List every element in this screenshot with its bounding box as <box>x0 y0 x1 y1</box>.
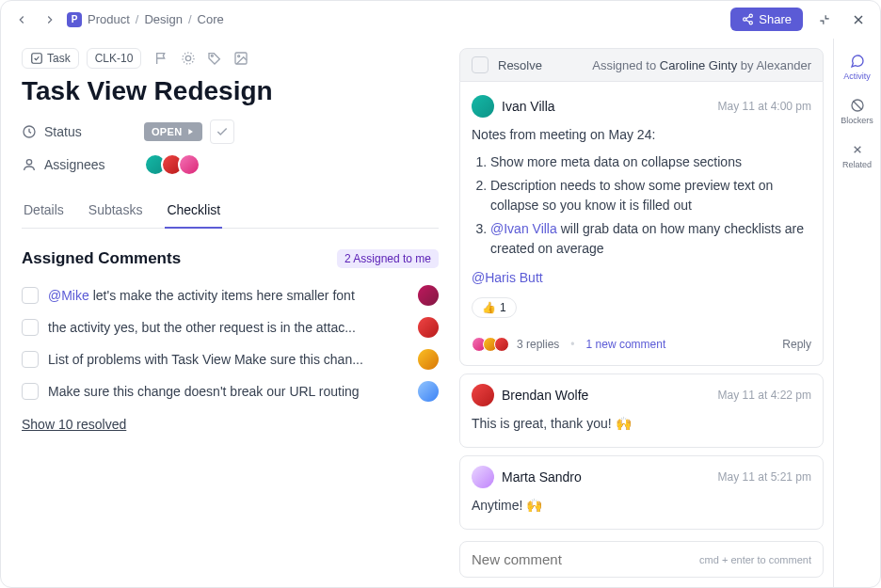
svg-point-12 <box>238 56 240 57</box>
svg-rect-7 <box>32 54 42 64</box>
mention[interactable]: @Ivan Villa <box>490 221 557 236</box>
avatar <box>418 285 439 306</box>
svg-point-9 <box>183 53 194 64</box>
checkbox[interactable] <box>22 383 39 400</box>
person-icon <box>22 157 37 172</box>
assignee-avatars[interactable] <box>144 153 200 176</box>
comment-timestamp: May 11 at 4:00 pm <box>718 100 811 113</box>
comment-author: Ivan Villa <box>502 99 555 114</box>
svg-point-1 <box>744 18 746 21</box>
assigned-comment-item[interactable]: the activity yes, but the other request … <box>22 311 439 343</box>
comment-thread: Ivan Villa May 11 at 4:00 pm Notes from … <box>459 82 824 366</box>
nav-forward[interactable] <box>39 8 61 31</box>
nav-back[interactable] <box>10 8 33 31</box>
collapse-icon[interactable] <box>812 8 837 32</box>
assigned-comments-title: Assigned Comments <box>22 249 181 268</box>
assignees-field-label: Assignees <box>22 157 135 172</box>
svg-point-8 <box>186 56 191 60</box>
mention[interactable]: @Haris Butt <box>472 270 543 285</box>
tab-subtasks[interactable]: Subtasks <box>87 193 145 228</box>
status-pill[interactable]: OPEN <box>144 122 202 141</box>
reaction-button[interactable]: 👍 1 <box>472 297 517 318</box>
checkbox[interactable] <box>22 287 39 304</box>
comment-body: Anytime! 🙌 <box>472 488 811 516</box>
play-icon <box>185 127 195 136</box>
status-field-label: Status <box>22 124 135 139</box>
input-hint: cmd + enter to comment <box>699 554 811 565</box>
comment-author: Marta Sandro <box>502 469 582 485</box>
task-id-chip[interactable]: CLK-10 <box>87 48 142 69</box>
reply-button[interactable]: Reply <box>782 338 811 351</box>
assigned-comments-list: @Mike let's make the activity items here… <box>22 279 439 407</box>
status-icon <box>22 124 37 139</box>
comment-input-row: cmd + enter to comment <box>459 541 824 578</box>
new-comment-input[interactable] <box>472 551 699 567</box>
resolve-bar: Resolve Assigned to Caroline Ginty by Al… <box>459 48 824 82</box>
svg-line-3 <box>746 20 750 22</box>
comment-body: Notes from meeting on May 24: Show more … <box>472 118 811 288</box>
assignment-info: Assigned to Caroline Ginty by Alexander <box>592 58 811 72</box>
link-icon <box>850 142 865 157</box>
close-icon[interactable] <box>846 8 871 32</box>
task-title: Task View Redesign <box>22 76 439 106</box>
comment-card: Brendan Wolfe May 11 at 4:22 pm This is … <box>459 373 824 448</box>
breadcrumb-item[interactable]: Design <box>144 12 182 26</box>
svg-line-4 <box>746 17 750 19</box>
complete-toggle[interactable] <box>210 119 234 144</box>
workspace-icon: P <box>67 12 82 27</box>
comment-timestamp: May 11 at 4:22 pm <box>718 389 811 402</box>
svg-point-2 <box>749 22 752 24</box>
checkbox-icon <box>30 52 43 65</box>
replies-count[interactable]: 3 replies <box>517 338 559 351</box>
avatar <box>418 381 439 402</box>
show-resolved-link[interactable]: Show 10 resolved <box>22 417 126 432</box>
breadcrumb-sep: / <box>136 12 139 26</box>
comment-body: This is great, thank you! 🙌 <box>472 406 811 434</box>
svg-point-10 <box>212 55 214 56</box>
avatar <box>418 349 439 370</box>
sidetab-blockers[interactable]: Blockers <box>834 92 880 131</box>
avatar <box>472 384 494 406</box>
breadcrumbs: P Product / Design / Core <box>67 12 224 27</box>
svg-point-15 <box>26 160 31 165</box>
assigned-comment-item[interactable]: List of problems with Task View Make sur… <box>22 343 439 375</box>
sidetab-activity[interactable]: Activity <box>834 48 880 87</box>
breadcrumb-item[interactable]: Core <box>198 12 224 26</box>
share-icon <box>742 13 754 25</box>
share-label: Share <box>759 12 792 26</box>
svg-line-17 <box>853 101 861 109</box>
reply-avatars <box>472 337 509 352</box>
breadcrumb-sep: / <box>188 12 192 26</box>
assigned-count-badge: 2 Assigned to me <box>337 249 439 268</box>
svg-marker-14 <box>189 129 194 135</box>
sidetab-related[interactable]: Related <box>834 136 880 175</box>
resolve-label: Resolve <box>498 58 542 72</box>
task-type-chip[interactable]: Task <box>22 48 79 69</box>
sparkle-icon[interactable] <box>181 51 196 66</box>
mention[interactable]: @Mike <box>48 288 89 303</box>
resolve-checkbox[interactable] <box>472 56 489 73</box>
tabs: Details Subtasks Checklist <box>22 193 439 229</box>
assigned-comment-item[interactable]: Make sure this change doesn't break our … <box>22 375 439 407</box>
thumbs-up-icon: 👍 <box>482 301 496 314</box>
topbar: P Product / Design / Core Share <box>1 1 880 39</box>
tag-icon[interactable] <box>207 51 222 66</box>
assigned-comment-item[interactable]: @Mike let's make the activity items here… <box>22 279 439 311</box>
avatar <box>178 153 200 176</box>
side-tabs: Activity Blockers Related <box>833 39 880 587</box>
comment-card: Marta Sandro May 11 at 5:21 pm Anytime! … <box>459 455 824 530</box>
svg-point-0 <box>749 14 752 17</box>
task-type-label: Task <box>47 52 71 65</box>
checkbox[interactable] <box>22 351 39 368</box>
tab-checklist[interactable]: Checklist <box>165 193 222 229</box>
avatar <box>472 95 494 118</box>
image-icon[interactable] <box>233 51 248 66</box>
avatar <box>472 466 494 488</box>
chat-icon <box>850 54 865 69</box>
new-comment-indicator[interactable]: 1 new comment <box>586 338 666 351</box>
tab-details[interactable]: Details <box>22 193 66 228</box>
checkbox[interactable] <box>22 319 39 336</box>
flag-icon[interactable] <box>154 51 169 66</box>
breadcrumb-item[interactable]: Product <box>88 12 130 26</box>
share-button[interactable]: Share <box>730 8 803 31</box>
